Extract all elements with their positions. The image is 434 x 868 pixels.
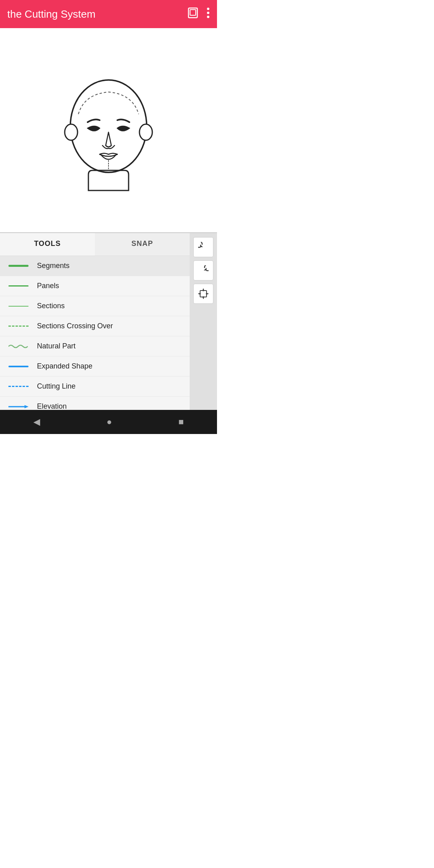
top-bar-icons [187,7,210,21]
tool-icon-natural-part [6,344,31,349]
svg-point-5 [70,80,147,172]
svg-marker-12 [200,244,203,247]
tool-icon-expanded-shape [6,366,31,367]
tablet-icon[interactable] [187,7,199,21]
tool-item-natural-part[interactable]: Natural Part [0,336,190,356]
svg-marker-13 [204,268,207,270]
svg-marker-21 [199,293,200,295]
tools-panel: TOOLS SNAP Segments Panels [0,233,190,434]
svg-point-7 [139,124,152,140]
tool-icon-sections [6,306,31,307]
page-title: the Cutting System [7,8,96,20]
svg-point-6 [65,124,78,140]
bottom-panel: TOOLS SNAP Segments Panels [0,233,217,434]
more-options-icon[interactable] [207,7,210,21]
tool-icon-panels [6,285,31,287]
svg-point-3 [207,12,209,14]
tool-icon-elevation [6,404,31,409]
tab-snap[interactable]: SNAP [95,233,190,256]
svg-point-4 [207,16,209,18]
svg-marker-19 [202,289,205,291]
tool-item-sections[interactable]: Sections [0,296,190,316]
svg-rect-14 [200,291,207,297]
tool-icon-segments [6,265,31,267]
canvas-area[interactable] [0,28,217,233]
nav-back-button[interactable]: ◀ [33,417,40,427]
top-bar: the Cutting System [0,0,217,28]
redo-button[interactable] [193,260,213,280]
tool-label-natural-part: Natural Part [37,342,76,350]
tool-item-segments[interactable]: Segments [0,256,190,276]
move-button[interactable] [193,284,213,304]
tool-icon-cutting-line [6,386,31,387]
tool-label-expanded-shape: Expanded Shape [37,362,92,371]
nav-bar: ◀ ● ■ [0,410,217,434]
tool-item-cutting-line[interactable]: Cutting Line [0,377,190,397]
svg-marker-9 [25,405,29,408]
svg-marker-22 [207,293,208,295]
tool-item-panels[interactable]: Panels [0,276,190,296]
right-sidebar [190,233,217,434]
tool-label-cutting-line: Cutting Line [37,382,76,391]
tab-tools[interactable]: TOOLS [0,233,95,256]
tool-label-panels: Panels [37,282,59,290]
tool-list[interactable]: Segments Panels Sections [0,256,190,434]
svg-rect-1 [190,10,196,15]
tool-item-sections-crossing[interactable]: Sections Crossing Over [0,316,190,336]
undo-button[interactable] [193,237,213,257]
tool-icon-sections-crossing [6,326,31,327]
nav-home-button[interactable]: ● [106,417,112,427]
tool-label-sections-crossing: Sections Crossing Over [37,322,113,330]
tool-label-elevation: Elevation [37,402,67,411]
svg-point-2 [207,8,209,10]
tabs-row: TOOLS SNAP [0,233,190,256]
svg-marker-20 [202,297,205,299]
nav-recent-button[interactable]: ■ [178,417,184,427]
tool-label-sections: Sections [37,302,65,310]
head-diagram [52,46,165,215]
tool-item-expanded-shape[interactable]: Expanded Shape [0,356,190,377]
tool-label-segments: Segments [37,262,70,270]
